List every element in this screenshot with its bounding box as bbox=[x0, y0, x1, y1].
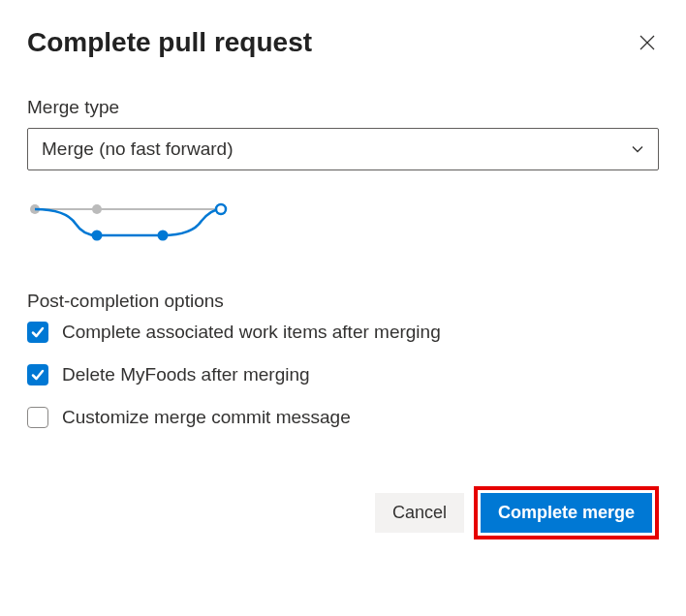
close-button[interactable] bbox=[636, 31, 659, 54]
post-completion-options: Complete associated work items after mer… bbox=[27, 322, 659, 428]
option-delete-branch: Delete MyFoods after merging bbox=[27, 364, 659, 385]
option-customize-message: Customize merge commit message bbox=[27, 407, 659, 428]
svg-point-7 bbox=[158, 231, 169, 241]
post-completion-label: Post-completion options bbox=[27, 291, 659, 312]
check-icon bbox=[31, 368, 45, 382]
dialog-title: Complete pull request bbox=[27, 27, 312, 58]
dialog-header: Complete pull request bbox=[27, 27, 659, 58]
option-label: Delete MyFoods after merging bbox=[62, 364, 310, 385]
svg-point-6 bbox=[92, 231, 103, 241]
cancel-button[interactable]: Cancel bbox=[375, 493, 464, 533]
merge-type-selected: Merge (no fast forward) bbox=[42, 139, 233, 160]
close-icon bbox=[639, 35, 655, 50]
dialog-footer: Cancel Complete merge bbox=[27, 486, 659, 539]
svg-point-4 bbox=[92, 204, 102, 214]
checkbox-customize-message[interactable] bbox=[27, 407, 48, 428]
chevron-down-icon bbox=[631, 142, 644, 156]
merge-type-label: Merge type bbox=[27, 97, 659, 118]
merge-diagram bbox=[27, 200, 231, 248]
complete-merge-button[interactable]: Complete merge bbox=[481, 493, 652, 533]
merge-type-dropdown[interactable]: Merge (no fast forward) bbox=[27, 128, 659, 170]
checkbox-delete-branch[interactable] bbox=[27, 364, 48, 385]
svg-point-8 bbox=[216, 204, 226, 214]
highlight-annotation: Complete merge bbox=[474, 486, 659, 539]
option-label: Customize merge commit message bbox=[62, 407, 351, 428]
option-complete-work-items: Complete associated work items after mer… bbox=[27, 322, 659, 343]
check-icon bbox=[31, 325, 45, 339]
option-label: Complete associated work items after mer… bbox=[62, 322, 441, 343]
checkbox-complete-work-items[interactable] bbox=[27, 322, 48, 343]
